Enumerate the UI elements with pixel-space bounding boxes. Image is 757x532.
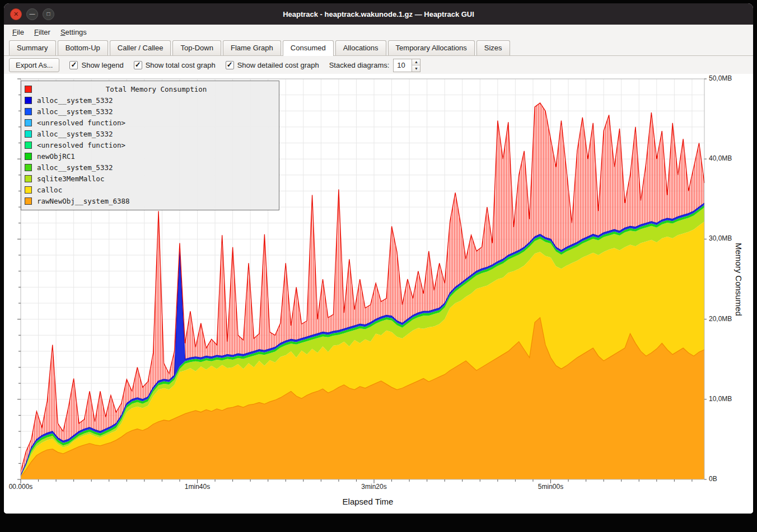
tab-consumed[interactable]: Consumed — [283, 40, 334, 56]
legend-swatch — [25, 119, 32, 126]
legend-item: <unresolved function> — [25, 139, 275, 150]
x-tick-label: 5min00s — [526, 483, 576, 491]
tab-temporary-allocations[interactable]: Temporary Allocations — [388, 40, 475, 55]
checkmark-icon: ✓ — [227, 60, 233, 69]
checkmark-icon: ✓ — [135, 60, 141, 69]
checkbox-show-legend[interactable]: ✓ — [69, 61, 78, 69]
legend-label: alloc__system_5332 — [37, 107, 113, 116]
x-tick-label: 3min20s — [349, 483, 399, 491]
memory-consumption-chart: Total Memory Consumptionalloc__system_53… — [4, 74, 753, 514]
checkbox-label: Show detailed cost graph — [237, 61, 319, 69]
tab-sizes[interactable]: Sizes — [476, 40, 510, 55]
spinner-buttons: ▲ ▼ — [412, 59, 420, 72]
tab-bottom-up[interactable]: Bottom-Up — [58, 40, 108, 55]
x-axis-title: Elapsed Time — [306, 497, 429, 506]
stacked-diagrams-label: Stacked diagrams: — [329, 61, 390, 69]
tab-flame-graph[interactable]: Flame Graph — [223, 40, 281, 55]
checkbox-show-total-cost-graph[interactable]: ✓ — [134, 61, 142, 69]
menu-file[interactable]: File — [7, 26, 29, 39]
stacked-diagrams-control: Stacked diagrams: 10 ▲ ▼ — [329, 59, 421, 72]
maximize-icon[interactable]: □ — [43, 8, 54, 20]
legend-item: alloc__system_5332 — [25, 95, 275, 106]
checkbox-wrap-show-legend: ✓Show legend — [69, 61, 123, 69]
title-bar: ✕ — □ Heaptrack - heaptrack.wakunode.1.g… — [4, 3, 753, 25]
x-tick-label: 1min40s — [172, 483, 223, 491]
menu-settings[interactable]: Settings — [55, 26, 92, 39]
minimize-icon[interactable]: — — [26, 8, 38, 20]
window-title: Heaptrack - heaptrack.wakunode.1.gz — He… — [283, 10, 474, 18]
legend-swatch — [25, 175, 32, 182]
stacked-diagrams-value[interactable]: 10 — [393, 59, 412, 72]
legend-swatch — [25, 186, 32, 194]
tab-top-down[interactable]: Top-Down — [172, 40, 221, 55]
legend-label: alloc__system_5332 — [37, 163, 113, 172]
legend-label: Total Memory Consumption — [37, 85, 275, 93]
stacked-diagrams-spinbox[interactable]: 10 ▲ ▼ — [393, 59, 420, 72]
legend-label: calloc — [37, 186, 62, 194]
legend-item: alloc__system_5332 — [25, 162, 275, 173]
legend-swatch — [25, 108, 32, 115]
checkbox-label: Show legend — [81, 61, 123, 69]
toolbar: Export As... ✓Show legend✓Show total cos… — [4, 56, 753, 74]
legend-item: alloc__system_5332 — [25, 106, 275, 117]
window-controls: ✕ — □ — [10, 3, 54, 25]
tab-allocations[interactable]: Allocations — [335, 40, 386, 55]
x-tick-label: 00.000s — [4, 483, 46, 491]
checkmark-icon: ✓ — [71, 60, 77, 69]
legend-swatch — [25, 197, 32, 205]
checkbox-wrap-show-total-cost-graph: ✓Show total cost graph — [134, 61, 216, 69]
legend-label: sqlite3MemMalloc — [37, 175, 104, 183]
y-axis-title-wrap: Memory Consumed — [734, 78, 744, 481]
legend-swatch — [25, 130, 32, 138]
legend-swatch — [25, 97, 32, 104]
legend-label: <unresolved function> — [37, 141, 125, 149]
legend-label: alloc__system_5332 — [37, 130, 113, 138]
legend-swatch — [25, 86, 32, 93]
export-as-button[interactable]: Export As... — [9, 58, 59, 72]
legend-swatch — [25, 164, 32, 171]
legend-label: <unresolved function> — [37, 119, 125, 127]
legend-item: newObjRC1 — [25, 150, 275, 162]
legend-label: newObjRC1 — [37, 152, 75, 161]
app-window: ✕ — □ Heaptrack - heaptrack.wakunode.1.g… — [4, 3, 753, 514]
legend-swatch — [25, 153, 32, 160]
legend-item: calloc — [25, 184, 275, 195]
checkbox-wrap-show-detailed-cost-graph: ✓Show detailed cost graph — [226, 61, 319, 69]
spinner-up-icon[interactable]: ▲ — [412, 59, 420, 66]
checkbox-label: Show total cost graph — [146, 61, 216, 69]
legend-item: sqlite3MemMalloc — [25, 173, 275, 184]
tab-summary[interactable]: Summary — [9, 40, 56, 55]
legend-item: rawNewObj__system_6388 — [25, 195, 275, 206]
spinner-down-icon[interactable]: ▼ — [412, 65, 420, 72]
menu-bar: FileFilterSettings — [4, 25, 753, 39]
menu-filter[interactable]: Filter — [29, 26, 55, 39]
chart-legend: Total Memory Consumptionalloc__system_53… — [21, 81, 279, 210]
legend-item: alloc__system_5332 — [25, 128, 275, 139]
close-icon[interactable]: ✕ — [10, 8, 22, 20]
checkbox-show-detailed-cost-graph[interactable]: ✓ — [226, 61, 234, 69]
y-axis-title: Memory Consumed — [734, 243, 744, 316]
tab-caller-callee[interactable]: Caller / Callee — [110, 40, 171, 55]
toolbar-checkboxes: ✓Show legend✓Show total cost graph✓Show … — [69, 61, 319, 69]
legend-title-row: Total Memory Consumption — [25, 83, 275, 95]
legend-label: rawNewObj__system_6388 — [37, 197, 130, 205]
legend-item: <unresolved function> — [25, 117, 275, 128]
tab-bar: SummaryBottom-UpCaller / CalleeTop-DownF… — [4, 39, 753, 56]
legend-label: alloc__system_5332 — [37, 96, 113, 105]
legend-swatch — [25, 142, 32, 149]
